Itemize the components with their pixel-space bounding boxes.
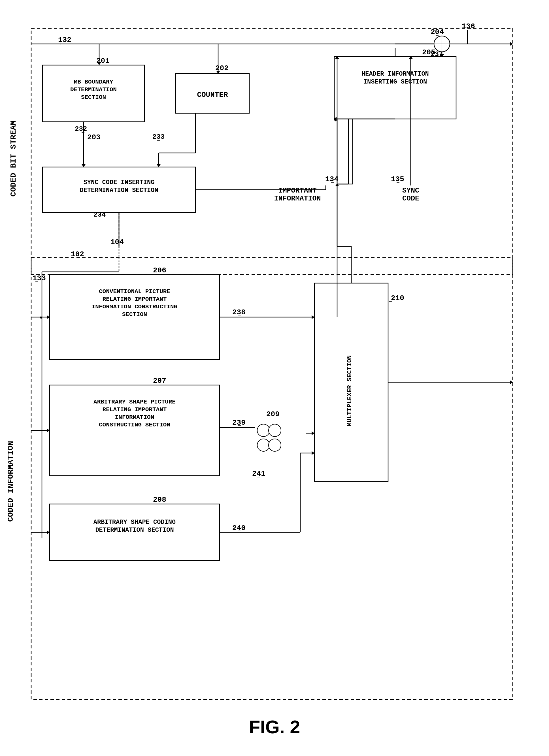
sync-code-label-1: SYNC [402,187,419,195]
label-104: 104 [110,238,124,246]
arrow-238-head [312,315,315,319]
fig-label: FIG. 2 [249,717,300,737]
important-info-label-2: INFORMATION [274,195,321,203]
label-209: 209 [266,410,280,418]
header-info-box [334,57,456,119]
arb-shape-text-1: ARBITRARY SHAPE PICTURE [93,399,176,405]
coded-information-label: CODED INFORMATION [6,441,15,522]
label-135: 135 [391,175,404,183]
bit-stream-arrow [510,42,513,46]
label-132: 132 [58,36,71,44]
arrow-232-head [82,164,85,167]
conv-pic-text-1: CONVENTIONAL PICTURE [99,288,170,295]
label-102: 102 [71,250,84,259]
label-207: 207 [153,377,166,385]
arb-shape-text-2: RELATING IMPORTANT [102,406,167,413]
mb-boundary-text-2: DETERMINATION [70,86,117,93]
switch-circle-3 [257,439,270,451]
mb-boundary-text-1: MB BOUNDARY [74,79,113,85]
sync-code-text-2: DETERMINATION SECTION [80,187,158,194]
sync-code-text-1: SYNC CODE INSERTING [84,179,155,186]
arrow-240-head [312,451,315,455]
counter-text: COUNTER [197,91,228,99]
arb-shape-text-3: INFORMATION [115,414,154,420]
label-233: 233 [152,133,164,141]
label-208: 208 [153,496,166,504]
label-234: 234 [93,211,106,219]
input-arrow-2-head [47,428,50,432]
header-info-text-1: HEADER INFORMATION [362,71,429,78]
important-info-label-1: IMPORTANT [278,187,317,195]
conv-pic-text-4: SECTION [122,311,147,318]
label-134: 134 [325,175,339,183]
sync-code-label-2: CODE [402,195,419,203]
arrow-233-head [157,164,161,167]
label-232: 232 [75,125,87,133]
switch-circle-4 [268,439,281,451]
input-arrow-1-head [47,315,50,319]
label-204: 204 [431,28,444,36]
input-arrow-3-head [47,530,50,534]
label-206: 206 [153,266,166,275]
arb-coding-text-1: ARBITRARY SHAPE CODING [93,519,176,526]
label-203: 203 [87,133,101,142]
label-133: 133 [33,274,46,283]
mb-boundary-box [42,65,144,122]
arb-shape-text-4: CONSTRUCTING SECTION [99,422,170,428]
switch-circle-1 [257,424,270,437]
coded-bit-stream-label: CODED BIT STREAM [9,121,18,197]
header-info-text-2: INSERTING SECTION [364,78,427,86]
mux-text: MULTIPLEXER SECTION [346,355,353,426]
mb-boundary-text-3: SECTION [81,94,106,101]
conv-pic-text-2: RELATING IMPORTANT [102,296,167,302]
arb-coding-text-2: DETERMINATION SECTION [95,527,174,534]
label-136: 136 [462,22,475,31]
label-241: 241 [252,469,265,478]
switch-circle-2 [268,424,281,437]
label-237: 237 [431,50,443,58]
label-210: 210 [391,294,404,302]
conv-pic-text-3: INFORMATION CONSTRUCTING [92,304,177,310]
arrow-switch-mux-head [312,431,315,435]
mux-output-head [510,380,513,384]
